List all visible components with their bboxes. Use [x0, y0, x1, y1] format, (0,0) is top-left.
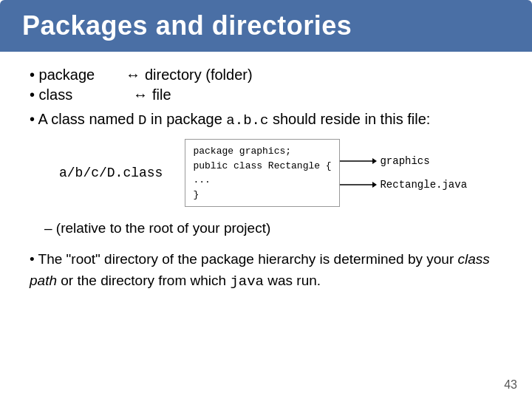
code-package: a.b.c	[226, 112, 268, 129]
bullet-dot-2: •	[30, 86, 39, 103]
bottom-bullet: • The "root" directory of the package hi…	[30, 248, 502, 293]
diagram-label-2-row: Rectangle.java	[340, 179, 467, 191]
code-box: package graphics; public class Rectangle…	[185, 139, 340, 207]
svg-marker-3	[372, 182, 377, 188]
slide-content: • package ↔ directory (folder) • class ↔…	[0, 52, 532, 305]
bullet-package-value: ↔ directory (folder)	[126, 66, 502, 83]
bullet-dot-3: •	[30, 111, 38, 127]
code-line-3: ...	[193, 173, 332, 188]
diagram-labels: graphics Rectangle.java	[340, 155, 467, 191]
svg-marker-1	[372, 158, 377, 164]
bullets-package-class: • package ↔ directory (folder) • class ↔…	[30, 66, 502, 103]
relative-note: – (relative to the root of your project)	[44, 220, 502, 236]
diagram-label-1-row: graphics	[340, 155, 467, 167]
diagram-label-1: graphics	[380, 155, 429, 167]
bullet-dot-4: •	[30, 251, 38, 267]
bullet-class-label: • class	[30, 86, 126, 103]
code-line-1: package graphics;	[193, 144, 332, 159]
bottom-text-before: The "root" directory of the package hier…	[38, 251, 458, 267]
bottom-text-middle: or the directory from which	[57, 273, 230, 288]
arrow-svg-1	[340, 156, 377, 166]
diagram-group: package graphics; public class Rectangle…	[185, 139, 467, 207]
bullet-dot-1: •	[30, 66, 39, 83]
file-path: a/b/c/D.class	[59, 166, 163, 180]
code-D: D	[138, 112, 146, 129]
page-number: 43	[504, 378, 517, 392]
arrow-2: ↔	[133, 86, 148, 103]
diagram-label-2: Rectangle.java	[380, 179, 467, 191]
slide-title: Packages and directories	[22, 10, 510, 41]
class-named-bullet: • A class named D in package a.b.c shoul…	[30, 111, 502, 129]
bullet-package-label: • package	[30, 66, 126, 83]
bottom-text-after: was run.	[264, 273, 321, 288]
diagram-row: a/b/c/D.class package graphics; public c…	[59, 139, 502, 207]
arrow-1: ↔	[126, 66, 140, 83]
code-line-2: public class Rectangle {	[193, 159, 332, 174]
bottom-code-java: java	[230, 273, 264, 290]
arrow-svg-2	[340, 180, 377, 190]
code-line-4: }	[193, 188, 332, 202]
bullet-class-value: ↔ ↔ file	[126, 86, 502, 103]
slide-header: Packages and directories	[0, 0, 532, 52]
